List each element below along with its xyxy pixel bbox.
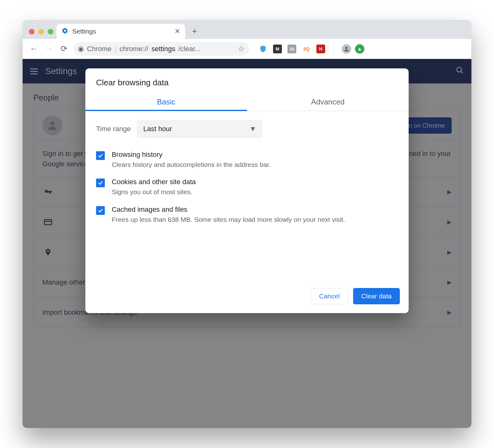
extension-h-icon[interactable]: H <box>316 45 325 53</box>
option-cache: Cached images and files Frees up less th… <box>96 201 398 228</box>
chevron-down-icon: ▼ <box>250 125 256 133</box>
tab-title: Settings <box>72 28 96 35</box>
close-window-button[interactable] <box>29 29 35 35</box>
new-tab-button[interactable]: + <box>188 25 201 38</box>
option-browsing-history: Browsing history Clears history and auto… <box>96 146 398 173</box>
forward-button[interactable]: → <box>43 43 55 55</box>
window-controls <box>27 29 56 39</box>
url-path-bold: settings <box>152 45 175 53</box>
extension-sq-icon[interactable]: SQ <box>302 45 311 53</box>
clear-browsing-data-dialog: Clear browsing data Basic Advanced Time … <box>85 68 409 313</box>
url-prefix: Chrome <box>87 45 111 53</box>
clear-data-button[interactable]: Clear data <box>353 288 400 304</box>
option-title: Browsing history <box>112 151 271 159</box>
dialog-tabs: Basic Advanced <box>85 93 409 111</box>
browser-tab[interactable]: Settings ✕ <box>56 24 185 39</box>
page-content: Settings People Turn on Chrome Sign in t… <box>23 59 471 428</box>
address-bar[interactable]: ◉ Chrome | chrome://settings/clear... ☆ <box>73 42 249 56</box>
option-cookies: Cookies and other site data Signs you ou… <box>96 173 398 201</box>
browser-toolbar: ← → ⟳ ◉ Chrome | chrome://settings/clear… <box>23 39 471 59</box>
time-range-select[interactable]: Last hour ▼ <box>137 120 262 138</box>
dialog-footer: Cancel Clear data <box>85 282 409 313</box>
url-path-rest: /clear... <box>179 45 201 53</box>
update-button[interactable]: ▲ <box>355 44 364 54</box>
option-desc: Clears history and autocompletions in th… <box>112 160 271 169</box>
minimize-window-button[interactable] <box>38 29 44 35</box>
time-range-row: Time range Last hour ▼ <box>96 120 398 138</box>
checkbox-browsing-history[interactable] <box>96 151 105 160</box>
reload-button[interactable]: ⟳ <box>58 43 70 55</box>
extension-icons: M 1b SQ H <box>259 45 325 53</box>
option-title: Cached images and files <box>112 205 345 214</box>
extension-m-icon[interactable]: M <box>273 45 282 53</box>
chrome-icon: ◉ <box>78 45 84 53</box>
checkbox-cookies[interactable] <box>96 179 105 187</box>
maximize-window-button[interactable] <box>48 29 53 35</box>
time-range-value: Last hour <box>143 125 172 133</box>
profile-button[interactable] <box>342 44 351 54</box>
checkbox-cache[interactable] <box>96 206 105 215</box>
option-desc: Signs you out of most sites. <box>112 187 196 196</box>
gear-icon <box>62 27 68 36</box>
dialog-body: Time range Last hour ▼ Browsing history … <box>85 111 409 232</box>
option-title: Cookies and other site data <box>112 178 196 186</box>
close-tab-icon[interactable]: ✕ <box>175 27 180 35</box>
time-range-label: Time range <box>96 125 131 133</box>
tab-strip: Settings ✕ + <box>23 20 471 39</box>
browser-window: Settings ✕ + ← → ⟳ ◉ Chrome | chrome://s… <box>23 20 471 428</box>
tab-advanced[interactable]: Advanced <box>247 93 409 111</box>
back-button[interactable]: ← <box>28 43 40 55</box>
dialog-title: Clear browsing data <box>85 68 409 93</box>
svg-point-0 <box>346 47 348 49</box>
extension-1b-icon[interactable]: 1b <box>287 45 296 53</box>
bookmark-star-icon[interactable]: ☆ <box>238 45 245 53</box>
cancel-button[interactable]: Cancel <box>311 288 348 304</box>
option-desc: Frees up less than 638 MB. Some sites ma… <box>112 215 345 224</box>
url-scheme: chrome:// <box>120 45 148 53</box>
extension-shield-icon[interactable] <box>259 45 267 53</box>
tab-basic[interactable]: Basic <box>85 93 247 111</box>
toolbar-divider <box>333 44 334 54</box>
